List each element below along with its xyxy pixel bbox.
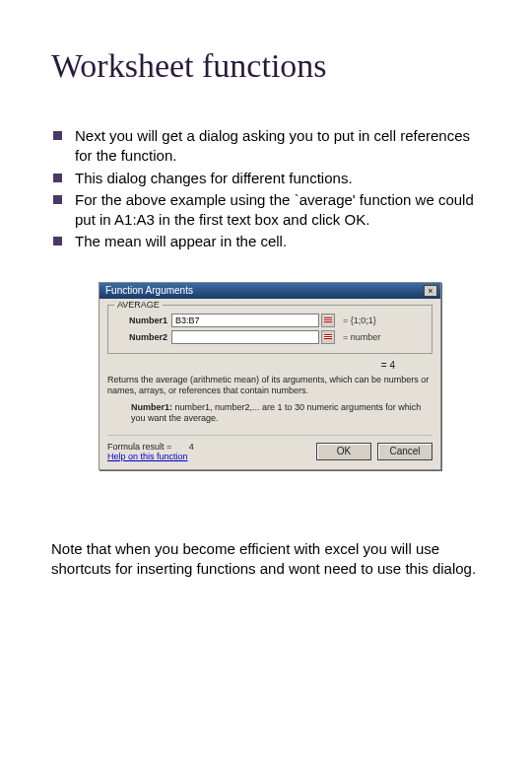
function-arguments-dialog: Function Arguments × AVERAGE Number1 = {…: [99, 282, 441, 470]
arg2-label: Number2: [114, 332, 171, 342]
range-picker-icon[interactable]: [321, 314, 335, 327]
function-description: Returns the average (arithmetic mean) of…: [107, 375, 432, 397]
separator: [107, 435, 432, 436]
arg2-input[interactable]: [171, 330, 319, 344]
range-picker-icon[interactable]: [321, 330, 335, 344]
argument-description: Number1: number1, number2,... are 1 to 3…: [107, 402, 432, 425]
arg1-input[interactable]: [171, 314, 319, 327]
arg1-preview: = {1;0;1}: [335, 315, 426, 325]
help-link[interactable]: Help on this function: [107, 452, 194, 461]
arg2-preview: = number: [335, 332, 426, 342]
page-title: Worksheet functions: [51, 47, 489, 85]
dialog-titlebar: Function Arguments ×: [100, 283, 440, 299]
footer-note: Note that when you become efficient with…: [51, 539, 489, 580]
bullet-list: Next you will get a dialog asking you to…: [51, 126, 489, 252]
cancel-button[interactable]: Cancel: [377, 443, 432, 460]
formula-result: Formula result = 4: [107, 442, 194, 452]
arg-desc-label: Number1:: [131, 402, 172, 412]
arg-desc-text: number1, number2,... are 1 to 30 numeric…: [131, 402, 421, 423]
result-preview: = 4: [107, 360, 432, 371]
dialog-title: Function Arguments: [105, 285, 193, 296]
arg1-label: Number1: [114, 315, 171, 325]
bullet-item: Next you will get a dialog asking you to…: [51, 126, 489, 167]
close-button[interactable]: ×: [424, 285, 437, 297]
bullet-item: For the above example using the `average…: [51, 190, 489, 231]
bullet-item: The mean will appear in the cell.: [51, 232, 489, 251]
ok-button[interactable]: OK: [316, 443, 371, 460]
function-name: AVERAGE: [114, 300, 163, 310]
bullet-item: This dialog changes for different functi…: [51, 169, 489, 188]
function-frame: AVERAGE Number1 = {1;0;1} Number2 = numb…: [107, 305, 432, 354]
